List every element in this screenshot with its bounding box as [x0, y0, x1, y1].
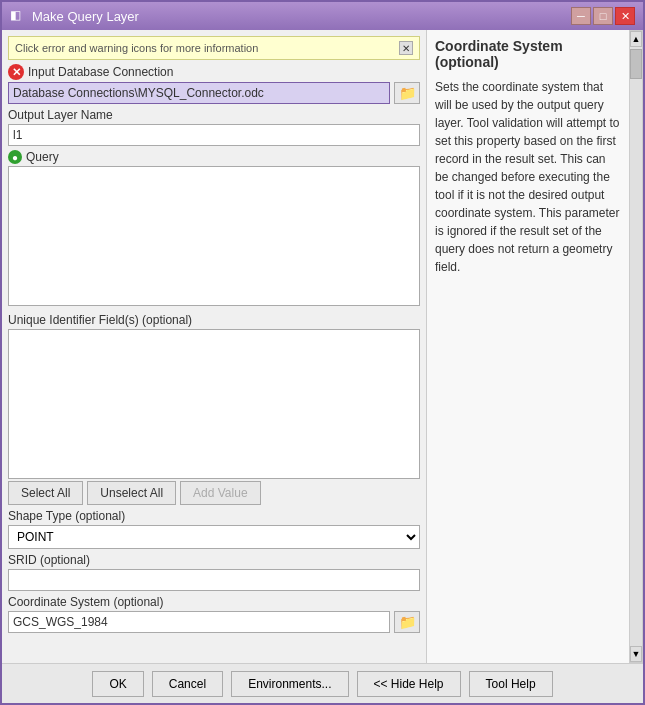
input-db-field[interactable] [8, 82, 390, 104]
right-panel-title: Coordinate System (optional) [435, 38, 621, 70]
error-icon: ✕ [8, 64, 24, 80]
right-panel-body: Sets the coordinate system that will be … [435, 78, 621, 276]
input-db-label-row: ✕ Input Database Connection [8, 64, 420, 80]
unique-id-buttons: Select All Unselect All Add Value [8, 481, 420, 505]
input-db-label: Input Database Connection [28, 65, 173, 79]
ok-button[interactable]: OK [92, 671, 143, 697]
left-panel: Click error and warning icons for more i… [2, 30, 427, 663]
tool-help-button[interactable]: Tool Help [469, 671, 553, 697]
right-panel-wrapper: Coordinate System (optional) Sets the co… [427, 30, 643, 663]
select-all-button[interactable]: Select All [8, 481, 83, 505]
query-label-row: ● Query [8, 150, 420, 164]
input-db-row: 📁 [8, 82, 420, 104]
srid-field[interactable] [8, 569, 420, 591]
shape-type-section: Shape Type (optional) POINT POLYGON POLY… [8, 509, 420, 549]
coord-system-browse-button[interactable]: 📁 [394, 611, 420, 633]
output-layer-label: Output Layer Name [8, 108, 420, 122]
info-bar: Click error and warning icons for more i… [8, 36, 420, 60]
shape-type-label: Shape Type (optional) [8, 509, 420, 523]
content-area: Click error and warning icons for more i… [2, 30, 643, 663]
shape-type-select[interactable]: POINT POLYGON POLYLINE [8, 525, 420, 549]
input-db-browse-button[interactable]: 📁 [394, 82, 420, 104]
bottom-bar: OK Cancel Environments... << Hide Help T… [2, 663, 643, 703]
right-panel: Coordinate System (optional) Sets the co… [427, 30, 629, 663]
output-layer-section: Output Layer Name [8, 108, 420, 146]
scroll-thumb[interactable] [630, 49, 642, 79]
query-textarea[interactable] [8, 166, 420, 306]
close-button[interactable]: ✕ [615, 7, 635, 25]
add-value-button[interactable]: Add Value [180, 481, 261, 505]
main-window: ◧ Make Query Layer ─ □ ✕ Click error and… [0, 0, 645, 705]
coord-system-section: Coordinate System (optional) 📁 [8, 595, 420, 633]
title-buttons: ─ □ ✕ [571, 7, 635, 25]
srid-label: SRID (optional) [8, 553, 420, 567]
cancel-button[interactable]: Cancel [152, 671, 223, 697]
input-db-section: ✕ Input Database Connection 📁 [8, 64, 420, 104]
query-ok-icon: ● [8, 150, 22, 164]
scroll-up-arrow[interactable]: ▲ [630, 31, 642, 47]
restore-button[interactable]: □ [593, 7, 613, 25]
info-bar-close-button[interactable]: ✕ [399, 41, 413, 55]
output-layer-field[interactable] [8, 124, 420, 146]
window-icon: ◧ [10, 8, 26, 24]
query-label: Query [26, 150, 59, 164]
minimize-button[interactable]: ─ [571, 7, 591, 25]
right-scrollbar: ▲ ▼ [629, 30, 643, 663]
environments-button[interactable]: Environments... [231, 671, 348, 697]
scroll-down-arrow[interactable]: ▼ [630, 646, 642, 662]
info-bar-text: Click error and warning icons for more i… [15, 42, 258, 54]
unselect-all-button[interactable]: Unselect All [87, 481, 176, 505]
hide-help-button[interactable]: << Hide Help [357, 671, 461, 697]
title-bar: ◧ Make Query Layer ─ □ ✕ [2, 2, 643, 30]
window-title: Make Query Layer [32, 9, 139, 24]
unique-id-section: Unique Identifier Field(s) (optional) Se… [8, 313, 420, 505]
unique-id-listbox[interactable] [8, 329, 420, 479]
coord-system-row: 📁 [8, 611, 420, 633]
coord-system-label: Coordinate System (optional) [8, 595, 420, 609]
unique-id-label: Unique Identifier Field(s) (optional) [8, 313, 420, 327]
query-section: ● Query [8, 150, 420, 309]
srid-section: SRID (optional) [8, 553, 420, 591]
coord-system-field[interactable] [8, 611, 390, 633]
